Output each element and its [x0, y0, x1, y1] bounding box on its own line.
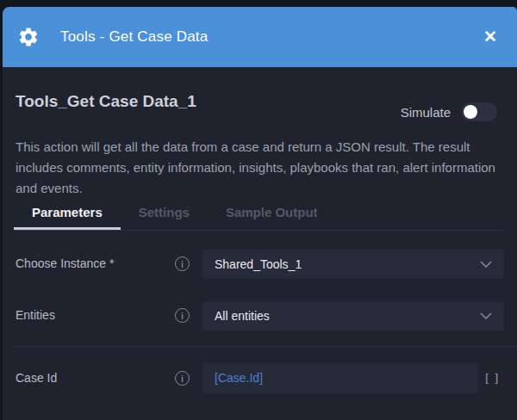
gear-icon	[17, 26, 40, 48]
action-description: This action will get all the data from a…	[16, 137, 507, 199]
simulate-toggle[interactable]	[461, 102, 497, 121]
entities-label: Entities	[16, 308, 55, 322]
tab-sample-output[interactable]: Sample Output	[208, 200, 336, 227]
modal-title: Tools - Get Case Data	[60, 28, 479, 46]
toggle-knob	[464, 105, 477, 119]
screen: Tools - Get Case Data ✕ Tools_Get Case D…	[0, 0, 517, 420]
case-id-label: Case Id	[16, 371, 57, 385]
entities-select[interactable]: All entities	[202, 301, 504, 330]
chevron-down-icon	[480, 261, 492, 268]
info-icon[interactable]: i	[175, 256, 190, 271]
instance-select[interactable]: Shared_Tools_1	[202, 250, 504, 279]
choose-instance-label: Choose Instance *	[16, 256, 114, 270]
section-divider	[14, 346, 517, 347]
expression-brackets-icon[interactable]: [ ]	[485, 371, 500, 384]
entities-select-value: All entities	[215, 309, 480, 323]
action-instance-title: Tools_Get Case Data_1	[16, 92, 196, 111]
tab-settings[interactable]: Settings	[121, 200, 208, 227]
tab-bar: Parameters Settings Sample Output	[14, 200, 504, 231]
simulate-label: Simulate	[401, 105, 451, 120]
info-icon[interactable]: i	[175, 308, 190, 323]
case-id-input[interactable]	[202, 362, 478, 393]
chevron-down-icon	[480, 312, 492, 319]
action-config-modal: Tools - Get Case Data ✕ Tools_Get Case D…	[3, 7, 517, 420]
simulate-control: Simulate	[401, 102, 497, 121]
tab-parameters[interactable]: Parameters	[14, 200, 121, 230]
close-icon[interactable]: ✕	[479, 26, 501, 48]
instance-select-value: Shared_Tools_1	[215, 257, 480, 271]
info-icon[interactable]: i	[175, 371, 190, 386]
modal-header: Tools - Get Case Data ✕	[3, 7, 517, 67]
